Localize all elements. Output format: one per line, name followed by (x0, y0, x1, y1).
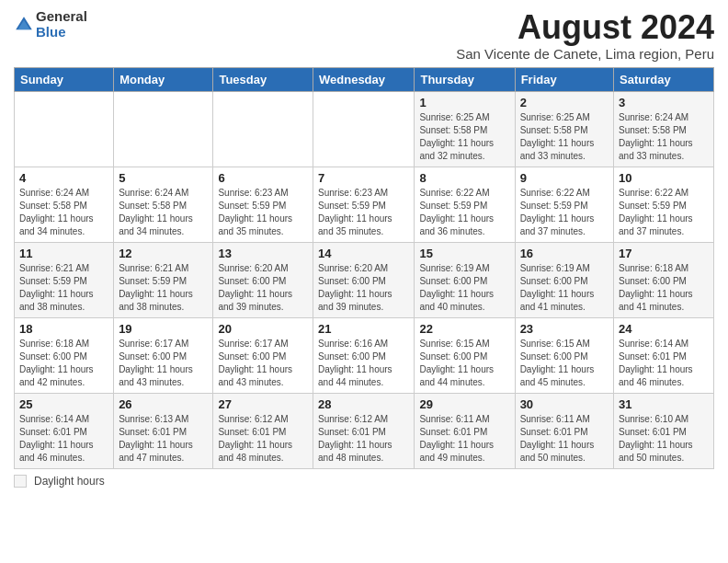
day-number: 27 (218, 397, 308, 411)
calendar-week-row: 25Sunrise: 6:14 AM Sunset: 6:01 PM Dayli… (15, 393, 714, 468)
calendar-header-tuesday: Tuesday (213, 67, 313, 91)
day-info: Sunrise: 6:10 AM Sunset: 6:01 PM Dayligh… (619, 413, 709, 465)
calendar-cell: 19Sunrise: 6:17 AM Sunset: 6:00 PM Dayli… (114, 317, 213, 393)
calendar-cell: 25Sunrise: 6:14 AM Sunset: 6:01 PM Dayli… (15, 393, 114, 468)
calendar-cell: 28Sunrise: 6:12 AM Sunset: 6:01 PM Dayli… (313, 393, 415, 468)
day-number: 4 (19, 171, 108, 185)
day-number: 8 (419, 171, 509, 185)
calendar-header-sunday: Sunday (15, 67, 114, 91)
day-number: 1 (419, 96, 509, 109)
calendar-week-row: 18Sunrise: 6:18 AM Sunset: 6:00 PM Dayli… (15, 317, 714, 393)
day-number: 3 (619, 96, 709, 109)
calendar-cell: 14Sunrise: 6:20 AM Sunset: 6:00 PM Dayli… (313, 242, 415, 317)
calendar-cell: 12Sunrise: 6:21 AM Sunset: 5:59 PM Dayli… (114, 242, 213, 317)
day-number: 22 (419, 322, 509, 336)
calendar-cell: 16Sunrise: 6:19 AM Sunset: 6:00 PM Dayli… (515, 242, 613, 317)
calendar-cell: 10Sunrise: 6:22 AM Sunset: 5:59 PM Dayli… (614, 167, 714, 242)
day-number: 12 (119, 247, 208, 260)
calendar-cell (15, 91, 114, 167)
calendar-cell: 2Sunrise: 6:25 AM Sunset: 5:58 PM Daylig… (515, 91, 613, 167)
day-number: 26 (119, 397, 208, 411)
month-title: August 2024 (456, 9, 714, 46)
day-info: Sunrise: 6:22 AM Sunset: 5:59 PM Dayligh… (419, 187, 509, 238)
calendar-week-row: 4Sunrise: 6:24 AM Sunset: 5:58 PM Daylig… (15, 167, 714, 242)
day-info: Sunrise: 6:24 AM Sunset: 5:58 PM Dayligh… (119, 187, 208, 238)
calendar-cell: 15Sunrise: 6:19 AM Sunset: 6:00 PM Dayli… (415, 242, 515, 317)
day-number: 15 (419, 247, 509, 260)
day-info: Sunrise: 6:15 AM Sunset: 6:00 PM Dayligh… (419, 338, 509, 389)
calendar-header-friday: Friday (515, 67, 613, 91)
calendar-cell: 29Sunrise: 6:11 AM Sunset: 6:01 PM Dayli… (415, 393, 515, 468)
calendar-week-row: 1Sunrise: 6:25 AM Sunset: 5:58 PM Daylig… (15, 91, 714, 167)
day-info: Sunrise: 6:22 AM Sunset: 5:59 PM Dayligh… (520, 187, 609, 238)
day-number: 6 (218, 171, 308, 185)
calendar-cell: 21Sunrise: 6:16 AM Sunset: 6:00 PM Dayli… (313, 317, 415, 393)
day-info: Sunrise: 6:17 AM Sunset: 6:00 PM Dayligh… (218, 338, 308, 389)
calendar-cell (213, 91, 313, 167)
day-info: Sunrise: 6:16 AM Sunset: 6:00 PM Dayligh… (318, 338, 409, 389)
day-number: 2 (520, 96, 609, 109)
logo-general-text: General (36, 9, 87, 25)
day-number: 5 (119, 171, 208, 185)
calendar-header-thursday: Thursday (415, 67, 515, 91)
day-info: Sunrise: 6:20 AM Sunset: 6:00 PM Dayligh… (318, 262, 409, 314)
day-number: 14 (318, 247, 409, 260)
day-info: Sunrise: 6:12 AM Sunset: 6:01 PM Dayligh… (318, 413, 409, 465)
day-info: Sunrise: 6:14 AM Sunset: 6:01 PM Dayligh… (619, 338, 709, 389)
day-info: Sunrise: 6:25 AM Sunset: 5:58 PM Dayligh… (520, 111, 609, 163)
day-number: 16 (520, 247, 609, 260)
day-info: Sunrise: 6:19 AM Sunset: 6:00 PM Dayligh… (419, 262, 509, 314)
calendar-cell: 1Sunrise: 6:25 AM Sunset: 5:58 PM Daylig… (415, 91, 515, 167)
page: General Blue August 2024 San Vicente de … (0, 0, 728, 497)
day-info: Sunrise: 6:11 AM Sunset: 6:01 PM Dayligh… (520, 413, 609, 465)
calendar-cell: 6Sunrise: 6:23 AM Sunset: 5:59 PM Daylig… (213, 167, 313, 242)
location-subtitle: San Vicente de Canete, Lima region, Peru (456, 46, 714, 62)
calendar-header-saturday: Saturday (614, 67, 714, 91)
day-number: 10 (619, 171, 709, 185)
calendar-cell (313, 91, 415, 167)
day-info: Sunrise: 6:23 AM Sunset: 5:59 PM Dayligh… (318, 187, 409, 238)
day-number: 29 (419, 397, 509, 411)
day-info: Sunrise: 6:15 AM Sunset: 6:00 PM Dayligh… (520, 338, 609, 389)
calendar-header-monday: Monday (114, 67, 213, 91)
calendar-cell: 3Sunrise: 6:24 AM Sunset: 5:58 PM Daylig… (614, 91, 714, 167)
day-number: 11 (19, 247, 108, 260)
day-info: Sunrise: 6:17 AM Sunset: 6:00 PM Dayligh… (119, 338, 208, 389)
day-info: Sunrise: 6:25 AM Sunset: 5:58 PM Dayligh… (419, 111, 509, 163)
day-number: 28 (318, 397, 409, 411)
day-info: Sunrise: 6:18 AM Sunset: 6:00 PM Dayligh… (19, 338, 108, 389)
day-number: 25 (19, 397, 108, 411)
day-number: 31 (619, 397, 709, 411)
calendar-cell: 7Sunrise: 6:23 AM Sunset: 5:59 PM Daylig… (313, 167, 415, 242)
logo: General Blue (14, 9, 87, 40)
day-number: 13 (218, 247, 308, 260)
day-number: 19 (119, 322, 208, 336)
day-number: 9 (520, 171, 609, 185)
calendar-cell: 24Sunrise: 6:14 AM Sunset: 6:01 PM Dayli… (614, 317, 714, 393)
day-info: Sunrise: 6:23 AM Sunset: 5:59 PM Dayligh… (218, 187, 308, 238)
title-block: August 2024 San Vicente de Canete, Lima … (456, 9, 714, 62)
calendar-cell: 22Sunrise: 6:15 AM Sunset: 6:00 PM Dayli… (415, 317, 515, 393)
calendar-cell (114, 91, 213, 167)
day-number: 7 (318, 171, 409, 185)
day-info: Sunrise: 6:14 AM Sunset: 6:01 PM Dayligh… (19, 413, 108, 465)
day-number: 30 (520, 397, 609, 411)
legend-box (14, 475, 27, 488)
logo-icon (14, 15, 34, 35)
calendar-cell: 18Sunrise: 6:18 AM Sunset: 6:00 PM Dayli… (15, 317, 114, 393)
day-number: 17 (619, 247, 709, 260)
calendar-cell: 5Sunrise: 6:24 AM Sunset: 5:58 PM Daylig… (114, 167, 213, 242)
calendar-cell: 31Sunrise: 6:10 AM Sunset: 6:01 PM Dayli… (614, 393, 714, 468)
day-number: 20 (218, 322, 308, 336)
day-number: 24 (619, 322, 709, 336)
legend-label: Daylight hours (34, 475, 105, 488)
day-info: Sunrise: 6:11 AM Sunset: 6:01 PM Dayligh… (419, 413, 509, 465)
legend: Daylight hours (14, 475, 714, 488)
day-info: Sunrise: 6:12 AM Sunset: 6:01 PM Dayligh… (218, 413, 308, 465)
calendar-cell: 20Sunrise: 6:17 AM Sunset: 6:00 PM Dayli… (213, 317, 313, 393)
calendar-cell: 11Sunrise: 6:21 AM Sunset: 5:59 PM Dayli… (15, 242, 114, 317)
day-info: Sunrise: 6:24 AM Sunset: 5:58 PM Dayligh… (19, 187, 108, 238)
logo-text: General Blue (36, 9, 87, 40)
calendar-header-wednesday: Wednesday (313, 67, 415, 91)
calendar-cell: 26Sunrise: 6:13 AM Sunset: 6:01 PM Dayli… (114, 393, 213, 468)
